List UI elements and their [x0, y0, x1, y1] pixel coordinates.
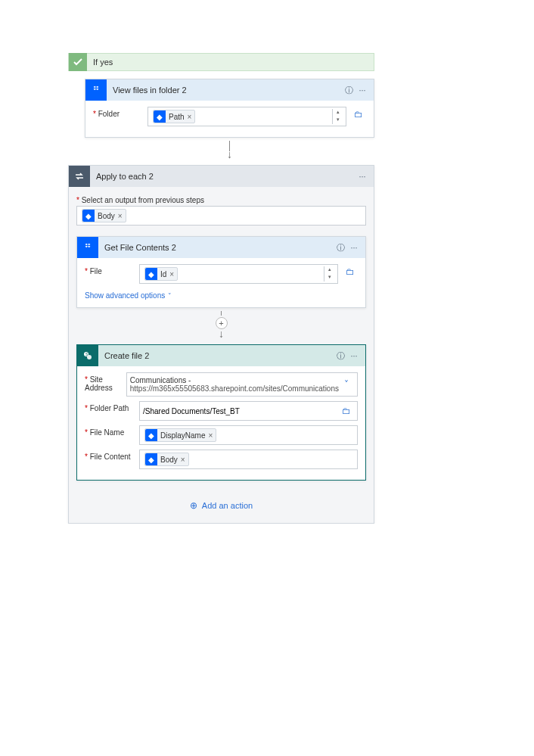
field-label-file-name: File Name	[85, 425, 139, 437]
menu-icon[interactable]: ···	[355, 86, 369, 95]
add-action-button[interactable]: ⊕ Add an action	[76, 481, 366, 517]
token-remove-icon[interactable]: ×	[188, 113, 192, 121]
chevron-up-icon[interactable]: ▴	[324, 266, 334, 274]
action-header[interactable]: View files in folder 2 ⓘ ···	[85, 79, 374, 101]
loop-header[interactable]: Apply to each 2 ···	[69, 166, 374, 187]
action-create-file: S Create file 2 ⓘ ··· Site Address Commu…	[76, 344, 366, 481]
dropbox-icon: ◆	[82, 210, 95, 222]
spinner-control[interactable]: ▴ ▾	[332, 109, 343, 124]
site-address-dropdown[interactable]: Communications - https://m365x55505683.s…	[126, 372, 358, 397]
chevron-down-icon: ˅	[168, 292, 172, 300]
file-input[interactable]: ◆ Id × ▴ ▾	[139, 264, 338, 284]
field-label-site-address: Site Address	[85, 372, 126, 392]
field-label-file: File	[85, 264, 139, 275]
connector-arrow: ↓	[85, 138, 374, 157]
action-view-files: View files in folder 2 ⓘ ··· Folder ◆ Pa…	[85, 79, 374, 138]
action-get-file-contents: Get File Contents 2 ⓘ ··· File ◆ Id ×	[76, 236, 366, 308]
token-remove-icon[interactable]: ×	[169, 270, 174, 278]
chevron-down-icon[interactable]: ˅	[339, 379, 354, 390]
file-name-input[interactable]: ◆ DisplayName ×	[139, 425, 358, 445]
select-output-input[interactable]: ◆ Body ×	[76, 206, 366, 226]
menu-icon[interactable]: ···	[347, 243, 361, 252]
sharepoint-icon: S	[77, 345, 98, 366]
token-path[interactable]: ◆ Path ×	[153, 110, 195, 123]
help-icon[interactable]: ⓘ	[334, 242, 347, 254]
field-label-select-output: * Select an output from previous steps	[76, 196, 366, 204]
token-displayname[interactable]: ◆ DisplayName ×	[144, 428, 216, 442]
loop-title: Apply to each 2	[90, 172, 355, 181]
menu-icon[interactable]: ···	[347, 351, 361, 360]
action-header[interactable]: S Create file 2 ⓘ ···	[77, 345, 365, 366]
folder-input[interactable]: ◆ Path × ▴ ▾	[147, 107, 346, 126]
token-body[interactable]: ◆ Body ×	[82, 209, 126, 222]
show-advanced-link[interactable]: Show advanced options˅	[85, 288, 358, 301]
token-remove-icon[interactable]: ×	[181, 456, 185, 464]
menu-icon[interactable]: ···	[355, 172, 369, 181]
token-id[interactable]: ◆ Id ×	[144, 267, 178, 281]
chevron-down-icon[interactable]: ▾	[333, 117, 343, 124]
dropbox-icon	[85, 79, 107, 101]
action-title: Get File Contents 2	[98, 243, 334, 252]
field-label-file-content: File Content	[85, 450, 139, 461]
dropbox-icon: ◆	[145, 429, 157, 441]
chevron-down-icon[interactable]: ▾	[324, 274, 334, 282]
chevron-up-icon[interactable]: ▴	[333, 109, 343, 117]
arrow-down-icon: ↓	[227, 151, 232, 157]
file-content-input[interactable]: ◆ Body ×	[139, 450, 358, 469]
field-label-folder-path: Folder Path	[85, 401, 139, 412]
action-title: Create file 2	[98, 351, 334, 360]
token-remove-icon[interactable]: ×	[208, 431, 213, 440]
check-icon	[69, 53, 87, 71]
field-label-folder: Folder	[93, 107, 147, 118]
folder-picker-icon[interactable]: 🗀	[339, 403, 354, 418]
condition-title: If yes	[87, 58, 113, 67]
loop-apply-to-each: Apply to each 2 ··· * Select an output f…	[68, 165, 374, 524]
spinner-control[interactable]: ▴ ▾	[324, 266, 334, 282]
help-icon[interactable]: ⓘ	[334, 350, 347, 362]
token-body[interactable]: ◆ Body ×	[144, 453, 189, 466]
dropbox-icon: ◆	[145, 268, 157, 280]
loop-icon	[69, 166, 90, 187]
dropbox-icon: ◆	[145, 453, 157, 465]
action-title: View files in folder 2	[107, 86, 342, 95]
folder-picker-icon[interactable]: 🗀	[343, 264, 358, 279]
condition-branch-header[interactable]: If yes	[68, 53, 374, 71]
help-icon[interactable]: ⓘ	[342, 85, 355, 96]
dropbox-icon: ◆	[154, 110, 166, 123]
token-remove-icon[interactable]: ×	[118, 212, 123, 220]
dropbox-icon	[77, 237, 98, 258]
action-header[interactable]: Get File Contents 2 ⓘ ···	[77, 237, 365, 258]
connector-arrow: + ↓	[76, 308, 366, 337]
add-action-icon: ⊕	[190, 500, 197, 511]
folder-picker-icon[interactable]: 🗀	[351, 107, 366, 122]
folder-path-input[interactable]: /Shared Documents/Test_BT 🗀	[139, 401, 358, 421]
arrow-down-icon: ↓	[219, 331, 224, 337]
